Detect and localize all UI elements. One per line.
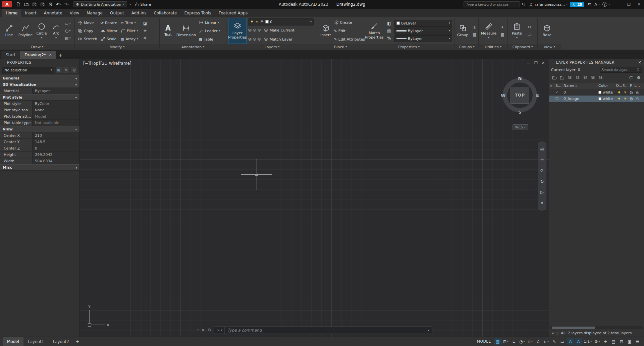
model-space-button[interactable]: MODEL	[474, 339, 493, 344]
groups-panel-label[interactable]: Groups▾	[455, 44, 478, 50]
transparency-button[interactable]: ◧	[385, 20, 393, 26]
select-objects-button[interactable]: ↖	[63, 67, 70, 73]
new-layer-button[interactable]	[574, 75, 581, 81]
properties-section-header[interactable]: View	[0, 126, 79, 132]
object-color-dropdown[interactable]: ByLayer ▾	[394, 20, 452, 27]
polar-tracking-icon[interactable]: ◔ ▾	[518, 338, 526, 345]
close-tab-icon[interactable]: ✕	[49, 53, 52, 57]
paste-button[interactable]: Paste ▾	[509, 18, 524, 44]
save-button[interactable]	[31, 1, 38, 8]
search-icon[interactable]	[636, 68, 640, 72]
rotate-button[interactable]: ⟳Rotate	[99, 19, 119, 27]
layer-freeze-tool-icon[interactable]	[257, 28, 261, 33]
viewport-restore-icon[interactable]: ❐	[534, 61, 538, 65]
command-close-icon[interactable]: ✕	[202, 328, 205, 333]
annotation-visibility-icon[interactable]: A	[567, 338, 574, 345]
layer-isolate-icon[interactable]	[248, 28, 252, 33]
edit-attributes-button[interactable]: ✎Edit Attributes	[333, 35, 366, 43]
line-button[interactable]: Line	[2, 18, 16, 44]
property-value[interactable]: Not available	[32, 120, 79, 126]
base-view-button[interactable]: Base	[539, 18, 555, 44]
property-row[interactable]: Plot table type Not available	[0, 120, 79, 126]
undo-button[interactable]: ↶ ▾	[55, 1, 62, 8]
layer-settings-icon[interactable]: ⚙	[635, 75, 642, 81]
pan-icon[interactable]: ✛	[538, 156, 546, 164]
orbit-icon[interactable]: ↻	[538, 178, 546, 185]
circle-button[interactable]: Circle ▾	[35, 18, 49, 44]
block-panel-label[interactable]: Block▾	[318, 44, 363, 50]
toggle-pickadd-button[interactable]: ⊞	[55, 67, 62, 73]
group-edit-button[interactable]: ▦	[471, 32, 478, 38]
account-menu[interactable]: rafanunespraz... ▾	[529, 2, 568, 7]
copy-button[interactable]: Copy	[76, 27, 99, 35]
layer-color-cell[interactable]: white	[597, 97, 616, 101]
property-value[interactable]: 148.5	[32, 139, 79, 145]
graphics-performance-icon[interactable]: ⊡	[618, 338, 625, 345]
ribbon-tab[interactable]: Collaborate	[150, 9, 180, 17]
isometric-drafting-icon[interactable]: ◇ ▾	[527, 338, 534, 345]
ribbon-tab[interactable]: Express Tools	[180, 9, 215, 17]
layer-row[interactable]: ✓ 0 white ☀	[549, 89, 644, 96]
stretch-button[interactable]: Stretch	[76, 35, 99, 43]
new-layout-button[interactable]: +	[73, 339, 82, 344]
layout-tab[interactable]: Layout1	[23, 337, 48, 346]
column-lock[interactable]: L...	[634, 82, 640, 89]
autodesk-apps-menu[interactable]: A ▾	[594, 2, 600, 7]
match-properties-button[interactable]: Match Properties	[365, 18, 384, 44]
qat-customize-icon[interactable]: ▾	[130, 3, 131, 6]
scrollbar-thumb[interactable]	[552, 327, 595, 329]
ucs-icon[interactable]: Y ✕	[87, 304, 113, 329]
cart-icon[interactable]	[587, 2, 592, 7]
quick-select-button[interactable]: ▽	[71, 67, 77, 73]
column-plot[interactable]: P	[628, 82, 634, 89]
viewport-pane-control[interactable]: [−]	[83, 61, 90, 66]
dimension-button[interactable]: Dimension	[176, 18, 197, 44]
new-layer-vp-frozen-button[interactable]	[582, 75, 589, 81]
layout-tab[interactable]: Model	[3, 337, 23, 346]
erase-button[interactable]: ◪	[141, 20, 149, 26]
utilities-panel-label[interactable]: Utilities▾	[479, 44, 507, 50]
layer-color-cell[interactable]: white	[597, 90, 616, 95]
property-value[interactable]: 299.2042	[32, 152, 79, 158]
quick-properties-icon[interactable]: ▤	[610, 338, 617, 345]
ribbon-tab[interactable]: View	[66, 9, 83, 17]
ribbon-tab[interactable]: Annotate	[40, 9, 66, 17]
ribbon-tab[interactable]: Home	[2, 9, 21, 17]
property-value[interactable]: ByLayer	[32, 88, 79, 94]
group-button[interactable]: Group	[457, 18, 469, 44]
property-row[interactable]: Height 299.2042	[0, 152, 79, 158]
command-input[interactable]	[225, 328, 425, 333]
create-block-button[interactable]: Create	[333, 18, 366, 26]
viewcube-west[interactable]: W	[501, 93, 505, 98]
navigation-wheel-icon[interactable]: ◎	[538, 145, 546, 153]
layer-lock-tool-icon[interactable]	[248, 38, 252, 42]
property-row[interactable]: Width 504.6334	[0, 158, 79, 164]
viewport-style-control[interactable]: [2D Wireframe]	[100, 61, 131, 66]
layer-lock-icon[interactable]	[635, 97, 639, 101]
ribbon-tab[interactable]: Featured Apps	[215, 9, 251, 17]
make-current-button[interactable]: Make Current	[262, 26, 296, 35]
layer-freeze-icon[interactable]: ☀	[624, 97, 627, 101]
offset-button[interactable]: ≋	[141, 35, 149, 41]
properties-section-header[interactable]: General	[0, 75, 79, 81]
rectangle-button[interactable]: ▭▾	[64, 20, 71, 26]
new-group-filter-button[interactable]	[559, 75, 566, 81]
help-menu[interactable]: ? ▾	[602, 2, 610, 7]
property-row[interactable]: Center Z 0	[0, 145, 79, 152]
wcs-dropdown[interactable]: WCS ▾	[513, 124, 528, 130]
properties-section-header[interactable]: 3D Visualization	[0, 81, 79, 88]
open-drawing-button[interactable]	[23, 1, 30, 8]
properties-list-button[interactable]: ▤	[385, 28, 393, 34]
delete-layer-button[interactable]	[590, 75, 596, 81]
ribbon-tab[interactable]: Add-ins	[128, 9, 150, 17]
edit-block-button[interactable]: ✎Edit	[333, 27, 366, 35]
copy-clip-button[interactable]: ❏	[526, 32, 533, 38]
command-grip-icon[interactable]: ∷	[197, 328, 199, 333]
fillet-button[interactable]: Fillet▾	[119, 27, 140, 35]
layer-search-input[interactable]	[601, 68, 635, 72]
cut-button[interactable]: ✂	[526, 24, 533, 30]
layer-plot-icon[interactable]	[629, 97, 633, 101]
table-button[interactable]: ▦Table	[198, 35, 222, 43]
new-drawing-button[interactable]	[15, 1, 22, 8]
text-button[interactable]: A Text	[161, 18, 175, 44]
